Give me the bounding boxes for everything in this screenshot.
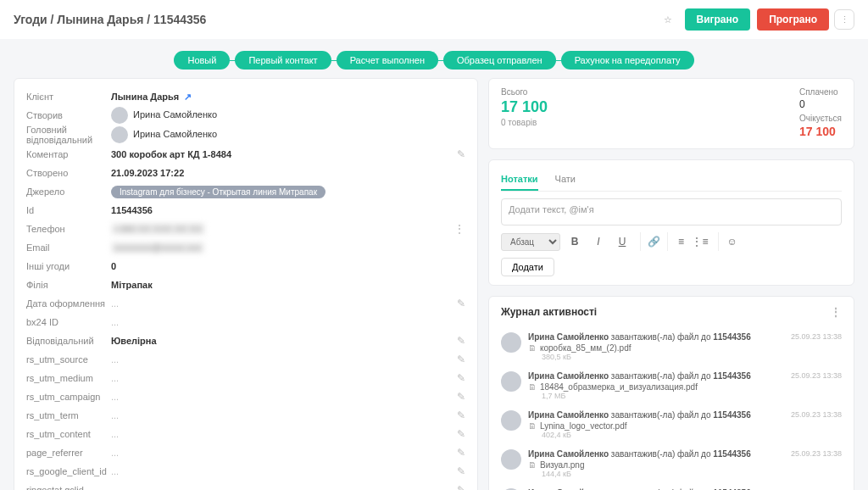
activity-file[interactable]: 🗎Lynina_logo_vector.pdf <box>528 421 784 431</box>
utm-term-value: ... <box>111 410 457 420</box>
label: Відповідальний <box>26 336 111 346</box>
comment-value: 300 коробок арт КД 1-8484 <box>111 149 457 159</box>
more-icon[interactable]: ⋮ <box>834 9 854 30</box>
external-link-icon[interactable]: ↗ <box>184 92 192 102</box>
activity-item: Ирина Самойленко завантажив(-ла) файл до… <box>501 327 842 366</box>
label: Коментар <box>26 149 111 159</box>
label: Id <box>26 205 111 215</box>
google-client-value: ... <box>111 466 457 476</box>
other-deals-value: 0 <box>111 261 465 271</box>
pencil-icon[interactable]: ✎ <box>457 354 465 365</box>
waiting-value: 17 100 <box>799 125 842 138</box>
waiting-label: Очікується <box>799 114 842 123</box>
phone-value: +380 XX XXX XX XX <box>111 224 453 234</box>
dept-value: Ювелірна <box>111 336 457 346</box>
pencil-icon[interactable]: ✎ <box>457 372 465 384</box>
activity-file[interactable]: 🗎18484_образмерка_и_визуализация.pdf <box>528 382 784 392</box>
bx24-value: ... <box>111 317 465 327</box>
label: bx24 ID <box>26 317 111 327</box>
stage[interactable]: Первый контакт <box>235 51 331 70</box>
order-date-value: ... <box>111 298 457 309</box>
label: rs_google_client_id <box>26 466 111 476</box>
pencil-icon[interactable]: ✎ <box>457 391 465 403</box>
label: Email <box>26 242 111 253</box>
list-ordered-icon[interactable]: ≡ <box>667 232 686 251</box>
stage[interactable]: Расчет выполнен <box>337 51 438 70</box>
pipeline: Новый Первый контакт Расчет выполнен Обр… <box>0 39 868 78</box>
lose-button[interactable]: Програно <box>757 8 829 31</box>
star-icon[interactable]: ☆ <box>658 9 678 30</box>
stage[interactable]: Образец отправлен <box>443 51 556 70</box>
label: rs_utm_medium <box>26 373 111 383</box>
bold-icon[interactable]: B <box>565 232 584 251</box>
link-icon[interactable]: 🔗 <box>640 232 659 251</box>
pencil-icon[interactable]: ✎ <box>457 465 465 477</box>
label: Телефон <box>26 224 111 234</box>
underline-icon[interactable]: U <box>613 232 632 251</box>
created-by-value: Ирина Самойленко <box>111 107 465 124</box>
activity-text: Ирина Самойленко завантажив(-ла) файл до… <box>528 371 784 381</box>
pencil-icon[interactable]: ✎ <box>457 148 465 160</box>
paid-label: Сплачено <box>799 87 842 97</box>
paid-value: 0 <box>799 98 842 110</box>
stage[interactable]: Новый <box>174 51 230 70</box>
tab-chats[interactable]: Чати <box>555 169 576 191</box>
activity-item: Ирина Самойленко завантажив(-ла) файл до… <box>501 444 842 483</box>
activity-file[interactable]: 🗎коробка_85_мм_(2).pdf <box>528 343 784 353</box>
win-button[interactable]: Виграно <box>685 8 751 31</box>
avatar <box>501 371 521 392</box>
activity-panel: Журнал активності⋮ Ирина Самойленко зава… <box>488 296 854 490</box>
format-select[interactable]: Абзац <box>501 233 560 251</box>
pencil-icon[interactable]: ✎ <box>457 335 465 347</box>
utm-content-value: ... <box>111 429 457 439</box>
label: rs_utm_content <box>26 429 111 439</box>
utm-medium-value: ... <box>111 373 457 383</box>
utm-campaign-value: ... <box>111 392 457 402</box>
pencil-icon[interactable]: ✎ <box>457 298 465 309</box>
label: page_referrer <box>26 448 111 458</box>
pencil-icon[interactable]: ✎ <box>457 484 465 490</box>
activity-text: Ирина Самойленко завантажив(-ла) файл до… <box>528 449 784 459</box>
avatar <box>111 126 128 143</box>
pencil-icon[interactable]: ✎ <box>457 428 465 440</box>
label: rs_utm_campaign <box>26 392 111 402</box>
italic-icon[interactable]: I <box>589 232 608 251</box>
activity-item: Ирина Самойленко завантажив(-ла) файл до… <box>501 405 842 444</box>
file-size: 402,4 кБ <box>542 431 784 439</box>
file-size: 1,7 МБ <box>542 392 784 400</box>
pencil-icon[interactable]: ✎ <box>457 409 465 421</box>
avatar <box>501 410 521 431</box>
source-value: Instagram для бізнесу - Открытая линия М… <box>111 186 465 198</box>
activity-item: Ирина Самойленко завантажив(-ла) файл до… <box>501 366 842 405</box>
created-at-value: 21.09.2023 17:22 <box>111 168 465 178</box>
breadcrumb: Угоди / Лынина Дарья / 11544356 <box>14 13 653 26</box>
total-label: Всього <box>501 87 548 97</box>
activity-timestamp: 25.09.23 13:38 <box>791 410 842 439</box>
id-value: 11544356 <box>111 205 465 215</box>
tab-notes[interactable]: Нотатки <box>501 169 538 191</box>
file-icon: 🗎 <box>528 460 537 470</box>
label: Створено <box>26 168 111 178</box>
notes-panel: Нотатки Чати Додати текст, @ім'я Абзац B… <box>488 159 854 286</box>
note-input[interactable]: Додати текст, @ім'я <box>501 198 842 226</box>
more-icon[interactable]: ⋮ <box>453 222 465 236</box>
label: Інші угоди <box>26 261 111 271</box>
file-size: 380,5 кБ <box>542 353 784 361</box>
more-icon[interactable]: ⋮ <box>830 305 842 319</box>
stage[interactable]: Рахунок на передоплату <box>561 51 694 70</box>
label: Джерело <box>26 187 111 197</box>
file-size: 144,4 кБ <box>542 470 784 478</box>
client-value[interactable]: Лынина Дарья↗ <box>111 92 465 103</box>
activity-text: Ирина Самойленко завантажив(-ла) файл до… <box>528 410 784 420</box>
totals-panel: Всього 17 100 0 товарів Сплачено 0 Очіку… <box>488 78 854 149</box>
responsible-value: Ирина Самойленко <box>111 126 465 143</box>
add-note-button[interactable]: Додати <box>501 258 554 276</box>
info-panel: КлієнтЛынина Дарья↗ СтворивИрина Самойле… <box>14 78 478 490</box>
email-value: xxxxxxxx@xxxxx.xxx <box>111 242 465 253</box>
list-unordered-icon[interactable]: ⋮≡ <box>691 232 709 251</box>
label: rs_utm_source <box>26 354 111 365</box>
emoji-icon[interactable]: ☺ <box>718 232 737 251</box>
pencil-icon[interactable]: ✎ <box>457 447 465 459</box>
activity-file[interactable]: 🗎Визуал.png <box>528 460 784 470</box>
activity-text: Ирина Самойленко завантажив(-ла) файл до… <box>528 332 784 342</box>
